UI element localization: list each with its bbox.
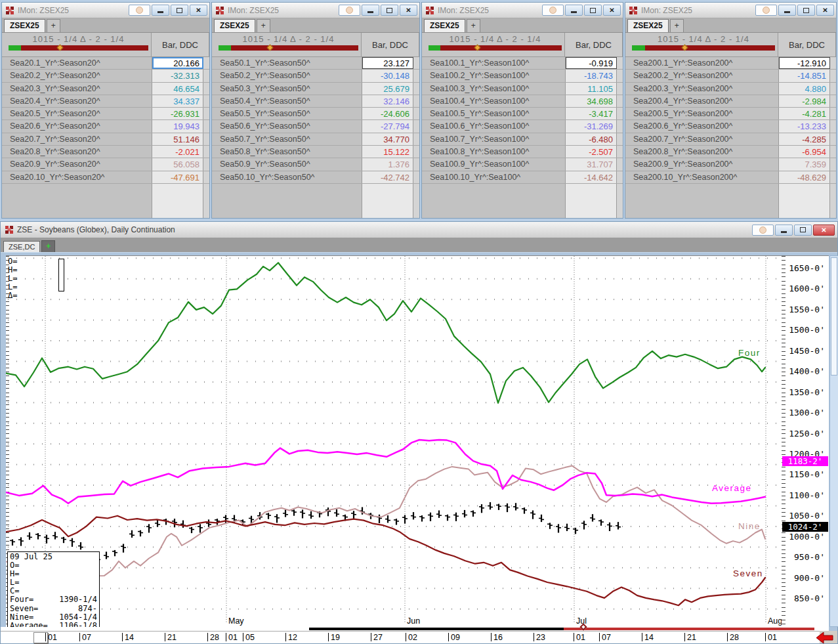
tab-zse-dc[interactable]: ZSE,DC (3, 241, 40, 252)
value-cell[interactable]: -13.233 (779, 120, 830, 132)
value-cell[interactable]: 25.679 (362, 83, 413, 95)
window-options-button[interactable] (129, 5, 150, 16)
chart-canvas[interactable]: FourAverageNineSevenMayJunJulAug (6, 256, 782, 628)
value-cell[interactable]: -30.148 (362, 70, 413, 81)
symbol-label-cell[interactable]: Sea100.7_Yr^:Season100^ (422, 133, 566, 145)
restore-button[interactable] (797, 5, 815, 16)
symbol-label-cell[interactable]: Sea50.3_Yr^:Season50^ (212, 83, 362, 95)
value-cell[interactable]: 34.770 (362, 133, 413, 145)
value-cell[interactable]: -0.919 (566, 57, 617, 69)
symbol-label-cell[interactable]: Sea50.6_Yr^:Season50^ (212, 120, 362, 132)
window-options-button[interactable] (755, 5, 777, 16)
symbol-label-cell[interactable]: Sea200.6_Yr^:Season200^ (625, 120, 779, 132)
value-cell[interactable]: 51.146 (152, 133, 203, 145)
value-cell[interactable]: 20.166 (152, 57, 203, 69)
close-button[interactable]: ✕ (816, 5, 834, 16)
symbol-label-cell[interactable]: Sea20.3_Yr^:Season20^ (2, 83, 152, 95)
symbol-label-cell[interactable]: Sea20.8_Yr^:Season20^ (2, 146, 152, 158)
tab-zsex25[interactable]: ZSEX25 (627, 19, 669, 32)
restore-button[interactable] (584, 5, 602, 16)
value-cell[interactable]: -48.629 (779, 171, 830, 183)
add-tab-button[interactable]: + (670, 19, 684, 32)
bar-cursor[interactable] (58, 259, 64, 291)
minimize-button[interactable] (152, 5, 169, 16)
symbol-label-cell[interactable]: Sea100.6_Yr^:Season100^ (422, 120, 566, 132)
value-cell[interactable]: 15.122 (362, 146, 413, 158)
symbol-label-cell[interactable]: Sea50.8_Yr^:Season50^ (212, 146, 362, 158)
close-button[interactable]: ✕ (400, 5, 417, 16)
window-options-button[interactable] (752, 225, 774, 236)
value-cell[interactable]: -24.606 (362, 108, 413, 119)
symbol-label-cell[interactable]: Sea20.5_Yr^:Season20^ (2, 108, 152, 119)
value-cell[interactable]: -6.480 (566, 133, 617, 145)
close-button[interactable]: ✕ (190, 5, 207, 16)
tab-zsex25[interactable]: ZSEX25 (4, 19, 45, 32)
symbol-label-cell[interactable]: Sea100.4_Yr^:Season100^ (422, 95, 566, 107)
value-cell[interactable]: 1.376 (362, 158, 413, 170)
value-cell[interactable]: -42.742 (362, 171, 413, 183)
value-cell[interactable]: 32.146 (362, 95, 413, 107)
close-button[interactable]: ✕ (813, 225, 835, 236)
vertical-scrollbar[interactable] (829, 255, 838, 627)
restore-button[interactable] (381, 5, 398, 16)
value-cell[interactable]: 34.337 (152, 95, 203, 107)
value-cell[interactable]: -27.794 (362, 120, 413, 132)
value-cell[interactable]: -2.984 (779, 95, 830, 107)
symbol-label-cell[interactable]: Sea20.9_Yr^:Season20^ (2, 158, 152, 170)
time-axis[interactable]: 0107142128010512192702091623010714212801 (1, 631, 820, 643)
minimize-button[interactable] (565, 5, 583, 16)
add-tab-button[interactable]: + (47, 19, 60, 32)
symbol-label-cell[interactable]: Sea20.2_Yr^:Season20^ (2, 70, 152, 81)
symbol-label-cell[interactable]: Sea100.1_Yr^:Season100^ (422, 57, 566, 69)
symbol-label-cell[interactable]: Sea200.8_Yr^:Season200^ (625, 146, 779, 158)
symbol-label-cell[interactable]: Sea50.9_Yr^:Season50^ (212, 158, 362, 170)
symbol-label-cell[interactable]: Sea200.9_Yr^:Season200^ (625, 158, 779, 170)
tab-zsex25[interactable]: ZSEX25 (424, 19, 465, 32)
symbol-label-cell[interactable]: Sea100.9_Yr^:Season100^ (422, 158, 566, 170)
symbol-label-cell[interactable]: Sea20.10_Yr^:Season20^ (2, 171, 152, 183)
close-button[interactable]: ✕ (603, 5, 621, 16)
minimize-button[interactable] (778, 5, 796, 16)
symbol-label-cell[interactable]: Sea100.8_Yr^:Season100^ (422, 146, 566, 158)
symbol-label-cell[interactable]: Sea50.2_Yr^:Season50^ (212, 70, 362, 81)
symbol-label-cell[interactable]: Sea20.4_Yr^:Season20^ (2, 95, 152, 107)
vertical-scrollbar-thumb[interactable] (831, 257, 837, 376)
value-cell[interactable]: -26.931 (152, 108, 203, 119)
symbol-label-cell[interactable]: Sea50.1_Yr^:Season50^ (212, 57, 362, 69)
tab-zsex25[interactable]: ZSEX25 (214, 19, 255, 32)
symbol-label-cell[interactable]: Sea100.2_Yr^:Season100^ (422, 70, 566, 81)
symbol-label-cell[interactable]: Sea200.1_Yr^:Season200^ (625, 57, 779, 69)
add-tab-button[interactable]: + (467, 19, 480, 32)
chart-plot-area[interactable]: FourAverageNineSevenMayJunJulAug O=H=L=L… (6, 255, 782, 627)
window-options-button[interactable] (542, 5, 564, 16)
value-cell[interactable]: 46.654 (152, 83, 203, 95)
value-cell[interactable]: -6.954 (779, 146, 830, 158)
value-cell[interactable]: -31.269 (566, 120, 617, 132)
symbol-label-cell[interactable]: Sea100.10_Yr^:Sea100^ (422, 171, 566, 183)
symbol-label-cell[interactable]: Sea50.7_Yr^:Season50^ (212, 133, 362, 145)
symbol-label-cell[interactable]: Sea50.5_Yr^:Season50^ (212, 108, 362, 119)
minimize-button[interactable] (775, 225, 793, 236)
value-cell[interactable]: -18.743 (566, 70, 617, 81)
scroll-to-end-arrow-icon[interactable] (816, 632, 833, 643)
value-cell[interactable]: -14.642 (566, 171, 617, 183)
value-cell[interactable]: -2.507 (566, 146, 617, 158)
value-cell[interactable]: -47.691 (152, 171, 203, 183)
value-cell[interactable]: -3.417 (566, 108, 617, 119)
symbol-label-cell[interactable]: Sea20.6_Yr^:Season20^ (2, 120, 152, 132)
value-cell[interactable]: 4.880 (779, 83, 830, 95)
symbol-label-cell[interactable]: Sea20.1_Yr^:Season20^ (2, 57, 152, 69)
symbol-label-cell[interactable]: Sea50.4_Yr^:Season50^ (212, 95, 362, 107)
symbol-label-cell[interactable]: Sea200.4_Yr^:Season200^ (625, 95, 779, 107)
value-cell[interactable]: -4.281 (779, 108, 830, 119)
symbol-label-cell[interactable]: Sea200.10_Yr^:Season200^ (625, 171, 779, 183)
value-cell[interactable]: -2.021 (152, 146, 203, 158)
value-cell[interactable]: -32.313 (152, 70, 203, 81)
symbol-label-cell[interactable]: Sea200.3_Yr^:Season200^ (625, 83, 779, 95)
value-cell[interactable]: 7.359 (779, 158, 830, 170)
value-cell[interactable]: -14.851 (779, 70, 830, 81)
restore-button[interactable] (794, 225, 812, 236)
value-cell[interactable]: -4.285 (779, 133, 830, 145)
price-axis[interactable]: 1650-0'1600-0'1550-0'1500-0'1450-0'1400-… (782, 255, 829, 627)
value-cell[interactable]: 34.698 (566, 95, 617, 107)
